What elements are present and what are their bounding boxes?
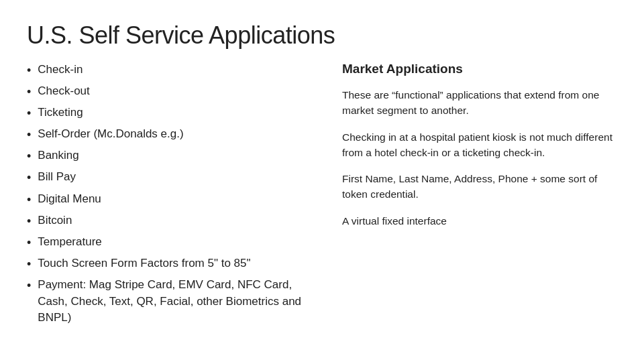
para-1: These are “functional” applications that… — [342, 87, 617, 119]
bullet-dot: • — [27, 277, 31, 294]
list-item-text: Check-in — [38, 62, 83, 78]
bullet-dot: • — [27, 213, 31, 230]
list-item-text: Check-out — [38, 83, 89, 100]
list-item-text: Bill Pay — [38, 169, 76, 186]
bullet-dot: • — [27, 83, 31, 101]
para-2: Checking in at a hospital patient kiosk … — [342, 129, 617, 161]
list-item-text: Self-Order (Mc.Donalds e.g.) — [38, 126, 183, 143]
list-item: •Self-Order (Mc.Donalds e.g.) — [27, 126, 315, 143]
list-item-text: Digital Menu — [38, 191, 101, 208]
bullet-dot: • — [27, 169, 31, 186]
list-item-text: Touch Screen Form Factors from 5" to 85" — [38, 255, 250, 272]
list-item: •Check-in — [27, 62, 315, 79]
bullet-dot: • — [27, 105, 31, 122]
bullet-dot: • — [27, 255, 31, 273]
market-title: Market Applications — [342, 62, 617, 76]
para-4: A virtual fixed interface — [342, 213, 617, 229]
content-area: •Check-in•Check-out•Ticketing•Self-Order… — [27, 62, 617, 346]
left-column: •Check-in•Check-out•Ticketing•Self-Order… — [27, 62, 315, 346]
list-item: •Digital Menu — [27, 191, 315, 208]
list-item: •Ticketing — [27, 105, 315, 122]
list-item-text: Payment: Mag Stripe Card, EMV Card, NFC … — [38, 277, 315, 326]
list-item: •Banking — [27, 147, 315, 165]
list-item: •Bitcoin — [27, 213, 315, 230]
bullet-dot: • — [27, 62, 31, 79]
para-3: First Name, Last Name, Address, Phone + … — [342, 171, 617, 202]
slide-title: U.S. Self Service Applications — [27, 21, 617, 50]
list-item-text: Bitcoin — [38, 213, 72, 229]
list-item-text: Temperature — [38, 234, 101, 251]
list-item-text: Ticketing — [38, 105, 83, 121]
list-item: •Payment: Mag Stripe Card, EMV Card, NFC… — [27, 277, 315, 326]
bullet-list: •Check-in•Check-out•Ticketing•Self-Order… — [27, 62, 315, 326]
list-item: •Touch Screen Form Factors from 5" to 85… — [27, 255, 315, 273]
list-item: •Bill Pay — [27, 169, 315, 186]
list-item: •Temperature — [27, 234, 315, 251]
list-item-text: Banking — [38, 147, 78, 164]
bullet-dot: • — [27, 147, 31, 165]
bullet-dot: • — [27, 234, 31, 251]
bullet-dot: • — [27, 126, 31, 143]
bullet-dot: • — [27, 191, 31, 208]
list-item: •Check-out — [27, 83, 315, 101]
right-column: Market Applications These are “functiona… — [342, 62, 617, 346]
slide: U.S. Self Service Applications •Check-in… — [0, 0, 644, 362]
